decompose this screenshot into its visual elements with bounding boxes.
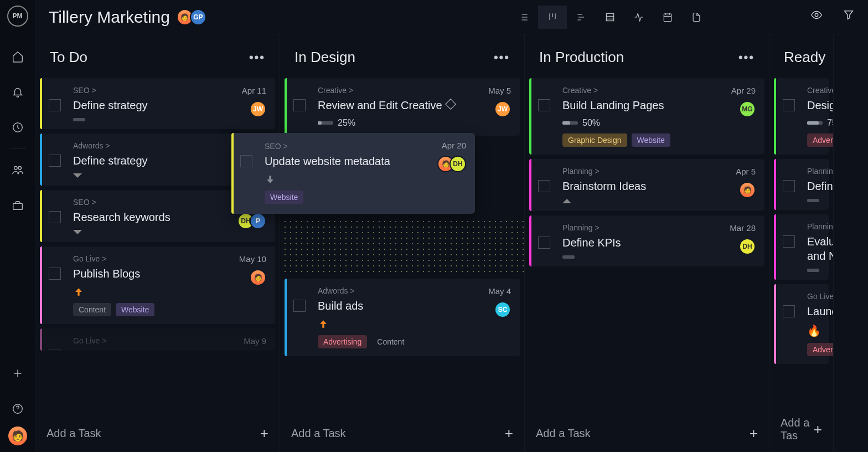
task-breadcrumb: Go Live > <box>73 336 265 345</box>
view-kanban[interactable] <box>538 6 567 29</box>
column-menu[interactable]: ••• <box>738 50 755 65</box>
rail-help[interactable] <box>7 398 29 420</box>
nav-rail: PM 🧑 <box>0 0 35 452</box>
rail-clock[interactable] <box>7 116 29 138</box>
task-checkbox[interactable] <box>783 180 795 192</box>
svg-point-1 <box>14 167 17 170</box>
task-checkbox[interactable] <box>293 99 306 111</box>
task-title: Desig <box>807 98 833 112</box>
task-checkbox[interactable] <box>49 268 61 280</box>
assignee-avatar[interactable]: DH <box>739 238 756 255</box>
dragging-card[interactable]: SEO > Update website metadata Website Ap… <box>231 133 475 214</box>
task-title: Define strategy <box>73 98 265 112</box>
task-card[interactable]: Go Live > Publish Blogs ContentWebsite M… <box>40 246 275 324</box>
member-avatar[interactable]: GP <box>190 9 206 25</box>
rail-plus[interactable] <box>7 362 29 384</box>
assignee-avatar[interactable]: 🧑 <box>739 182 756 198</box>
tag[interactable]: Website <box>116 303 154 316</box>
tag[interactable]: Content <box>371 335 410 348</box>
tag[interactable]: Advertising <box>318 335 367 348</box>
rail-bell[interactable] <box>7 81 29 103</box>
column-header: In Design ••• <box>280 34 524 78</box>
assignee-avatar[interactable]: JW <box>250 101 266 117</box>
rail-briefcase[interactable] <box>7 194 29 217</box>
task-checkbox[interactable] <box>538 99 550 111</box>
column-body[interactable]: SEO > Define strategy Apr 11JW Adwords >… <box>35 78 280 415</box>
filter-icon[interactable] <box>843 9 855 23</box>
task-checkbox[interactable] <box>49 350 61 351</box>
task-card[interactable]: Planning Define <box>774 159 829 210</box>
task-breadcrumb: Creative > <box>562 86 755 95</box>
visibility-icon[interactable] <box>810 9 823 23</box>
task-title: Update website metadata <box>265 154 464 168</box>
task-card[interactable]: Go Live > Contracts May 9 <box>40 328 275 351</box>
assignee-avatar[interactable]: MG <box>739 101 756 117</box>
task-checkbox[interactable] <box>49 155 61 167</box>
column-title: To Do <box>50 49 87 66</box>
tag[interactable]: Graphic Design <box>562 133 627 147</box>
project-members[interactable]: 🧑 GP <box>180 9 206 25</box>
assignee-avatar[interactable]: DH <box>450 156 466 172</box>
task-title: Publish Blogs <box>73 266 265 281</box>
tag[interactable]: Adverti <box>807 133 833 147</box>
task-card[interactable]: Creative > Review and Edit Creative 25% … <box>285 78 520 136</box>
task-card[interactable]: Planning > Define KPIs Mar 28DH <box>529 215 764 266</box>
task-checkbox[interactable] <box>293 300 306 312</box>
add-task-button[interactable]: Add a Task+ <box>35 415 280 452</box>
task-card[interactable]: Adwords > Build ads AdvertisingContent M… <box>285 279 520 356</box>
column-header: In Production ••• <box>525 34 769 78</box>
task-checkbox[interactable] <box>240 155 252 167</box>
view-files[interactable] <box>682 6 711 29</box>
column-menu[interactable]: ••• <box>494 50 510 65</box>
svg-point-7 <box>815 13 818 17</box>
task-date: Mar 28 <box>730 223 756 233</box>
plus-icon: + <box>260 425 268 442</box>
task-card[interactable]: Planning > Brainstorm Ideas Apr 5🧑 <box>529 159 764 211</box>
add-task-button[interactable]: Add a Task+ <box>280 415 524 452</box>
view-table[interactable] <box>596 6 624 29</box>
task-checkbox[interactable] <box>538 237 550 249</box>
task-breadcrumb: Creative <box>807 86 833 95</box>
assignee-avatar[interactable]: SC <box>494 301 511 318</box>
task-card[interactable]: SEO > Define strategy Apr 11JW <box>40 78 275 129</box>
assignee-avatar[interactable]: JW <box>494 101 511 117</box>
drop-zone[interactable] <box>282 219 527 274</box>
task-date: May 4 <box>488 286 511 296</box>
add-task-button[interactable]: Add a Task+ <box>525 415 769 452</box>
rail-team[interactable] <box>7 159 29 181</box>
view-activity[interactable] <box>624 6 653 29</box>
view-list[interactable] <box>509 6 538 29</box>
view-gantt[interactable] <box>567 6 596 29</box>
board-column: In Production ••• Creative > Build Landi… <box>525 34 769 452</box>
view-calendar[interactable] <box>653 6 682 29</box>
task-checkbox[interactable] <box>49 211 61 223</box>
priority-fire-icon: 🔥 <box>807 324 821 337</box>
task-checkbox[interactable] <box>783 99 795 111</box>
tag[interactable]: Content <box>73 303 111 316</box>
task-title: Launc <box>807 304 833 319</box>
column-body[interactable]: Creative > Build Landing Pages 50%Graphi… <box>525 78 769 415</box>
task-breadcrumb: Adwords > <box>318 286 510 295</box>
task-checkbox[interactable] <box>783 235 795 248</box>
task-card[interactable]: Creative Desig 75%Adverti <box>774 78 829 155</box>
assignee-avatar[interactable]: 🧑 <box>250 269 266 286</box>
tag[interactable]: Website <box>265 191 303 204</box>
task-date: Apr 11 <box>242 86 266 95</box>
task-card[interactable]: Go Live Launc 🔥Adverti <box>774 284 829 364</box>
task-checkbox[interactable] <box>538 180 550 192</box>
task-checkbox[interactable] <box>783 305 795 317</box>
tag[interactable]: Adverti <box>807 343 833 356</box>
tag[interactable]: Website <box>632 133 670 147</box>
task-card[interactable]: Creative > Build Landing Pages 50%Graphi… <box>529 78 764 155</box>
rail-user-avatar[interactable]: 🧑 <box>8 427 27 445</box>
task-checkbox[interactable] <box>49 99 61 111</box>
assignee-avatar[interactable]: P <box>250 213 266 229</box>
column-menu[interactable]: ••• <box>249 50 265 65</box>
rail-home[interactable] <box>7 45 29 68</box>
add-task-button[interactable]: Add a Tas+ <box>769 407 833 452</box>
column-body[interactable]: Creative Desig 75%Adverti Planning Defin… <box>769 78 833 407</box>
task-card[interactable]: Planning Evaluaand N <box>774 214 829 280</box>
app-logo[interactable]: PM <box>7 6 28 27</box>
task-date: Apr 29 <box>731 86 756 95</box>
column-title: In Design <box>294 49 355 66</box>
